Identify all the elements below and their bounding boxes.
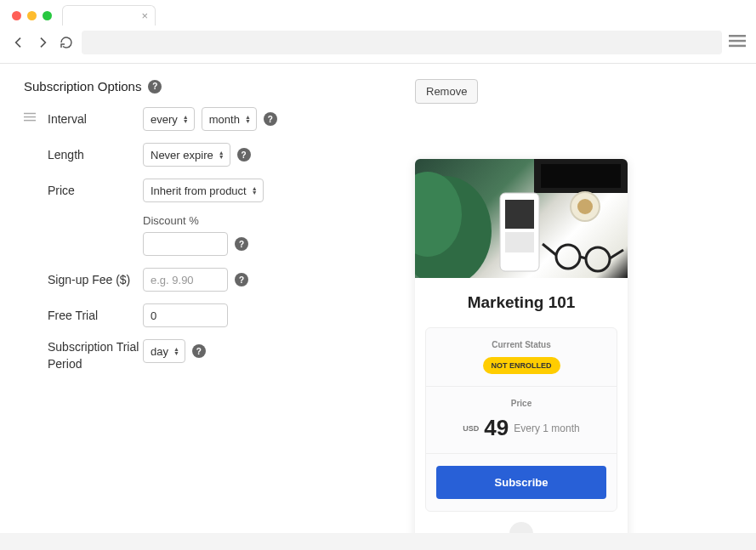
signup-fee-input[interactable]: e.g. 9.90 [143,268,228,292]
trial-period-label: Subscription Trial Period [48,339,143,372]
back-icon[interactable] [10,34,27,51]
footer-bar [0,533,756,550]
svg-rect-7 [541,164,621,188]
price-value: Inherit from product [151,184,247,197]
price-select[interactable]: Inherit from product ▲▼ [143,179,264,202]
tab-strip: × [0,0,756,26]
reload-icon[interactable] [58,34,75,51]
price-currency: USD [463,424,479,433]
help-icon[interactable]: ? [237,148,251,162]
cta-section: Subscribe [426,454,617,511]
chevron-up-down-icon: ▲▼ [245,115,251,123]
svg-point-15 [556,245,580,269]
svg-point-14 [577,199,593,214]
discount-input[interactable] [143,232,228,256]
length-label: Length [48,148,143,162]
row-trial-period: Subscription Trial Period day ▲▼ ? [24,339,372,372]
status-badge: NOT ENROLLED [483,357,560,374]
minimize-window-icon[interactable] [27,11,37,20]
trial-period-value: day [151,345,168,358]
chevron-up-down-icon: ▲▼ [173,347,179,355]
svg-rect-12 [505,232,534,252]
help-icon[interactable]: ? [235,237,248,251]
browser-chrome: × [0,0,756,64]
length-select[interactable]: Never expire ▲▼ [143,143,230,167]
row-signup-fee: Sign-up Fee ($) e.g. 9.90 ? [24,268,372,292]
nav-bar [0,26,756,63]
help-icon[interactable]: ? [192,344,206,358]
free-trial-label: Free Trial [48,309,143,322]
price-meta-label: Price [436,399,606,408]
course-preview-card: Marketing 101 Current Status NOT ENROLLE… [415,159,628,546]
interval-unit-value: month [209,113,240,126]
interval-frequency-select[interactable]: every ▲▼ [143,107,195,131]
menu-icon[interactable] [729,35,746,50]
chevron-up-down-icon: ▲▼ [183,115,189,123]
svg-rect-3 [24,113,36,114]
interval-frequency-value: every [151,113,178,126]
status-section: Current Status NOT ENROLLED [426,328,617,387]
forward-icon[interactable] [34,34,51,51]
url-bar[interactable] [82,31,722,54]
chevron-up-down-icon: ▲▼ [219,150,225,159]
row-length: Length Never expire ▲▼ ? [24,143,372,167]
signup-fee-label: Sign-up Fee ($) [48,273,143,286]
row-interval: Interval every ▲▼ month ▲▼ ? [24,107,372,131]
section-title: Subscription Options [24,79,141,94]
chevron-up-down-icon: ▲▼ [252,186,258,195]
svg-rect-1 [729,40,746,43]
trial-period-select[interactable]: day ▲▼ [143,339,185,363]
help-icon[interactable]: ? [264,112,277,126]
subscribe-button[interactable]: Subscribe [436,466,606,499]
svg-rect-11 [505,200,534,229]
window-controls [9,11,59,26]
course-meta-box: Current Status NOT ENROLLED Price USD 49… [425,327,617,512]
free-trial-input[interactable]: 0 [143,303,228,327]
course-title: Marketing 101 [415,278,628,327]
maximize-window-icon[interactable] [43,11,52,20]
close-tab-icon[interactable]: × [141,10,148,21]
main-content: Subscription Options ? Interval every ▲▼… [0,64,756,546]
browser-tab[interactable]: × [62,5,156,26]
discount-label: Discount % [143,214,372,227]
preview-column: Remove [406,79,732,546]
close-window-icon[interactable] [12,11,21,20]
svg-point-16 [586,247,610,271]
remove-button[interactable]: Remove [415,79,478,104]
drag-handle-icon[interactable] [24,111,41,127]
interval-unit-select[interactable]: month ▲▼ [202,107,257,131]
price-amount: 49 [484,415,509,441]
help-icon[interactable]: ? [235,273,248,286]
course-image [415,159,628,278]
section-title-row: Subscription Options ? [24,79,372,94]
row-free-trial: Free Trial 0 [24,303,372,327]
price-label: Price [48,184,143,197]
length-value: Never expire [151,149,213,162]
svg-rect-5 [24,120,36,121]
svg-rect-4 [24,116,36,117]
svg-rect-0 [729,35,746,37]
help-icon[interactable]: ? [148,80,162,94]
price-period: Every 1 month [514,422,579,434]
svg-rect-2 [729,45,746,48]
subscription-form: Subscription Options ? Interval every ▲▼… [24,79,372,546]
row-discount: Discount % ? [24,214,372,256]
price-section: Price USD 49 Every 1 month [426,387,617,454]
row-price: Price Inherit from product ▲▼ [24,179,372,202]
status-label: Current Status [436,340,606,349]
price-row: USD 49 Every 1 month [436,415,606,441]
interval-label: Interval [48,112,143,126]
